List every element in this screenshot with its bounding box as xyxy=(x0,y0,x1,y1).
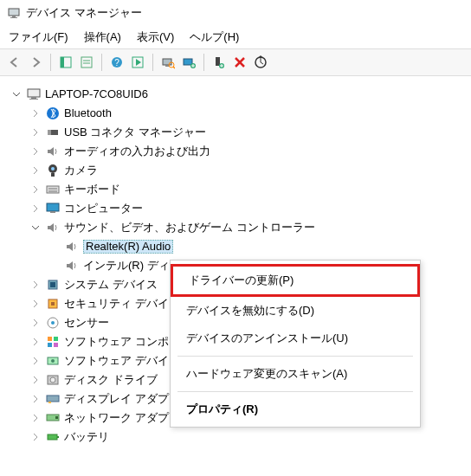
menu-view[interactable]: 表示(V) xyxy=(137,29,174,45)
svg-rect-27 xyxy=(31,97,36,99)
svg-point-53 xyxy=(50,377,55,383)
monitor-icon xyxy=(45,201,61,216)
chevron-right-icon[interactable] xyxy=(29,298,42,310)
svg-rect-28 xyxy=(29,99,38,100)
svg-rect-12 xyxy=(165,65,169,67)
chevron-down-icon[interactable] xyxy=(29,222,42,234)
svg-rect-15 xyxy=(184,59,192,65)
speaker-icon xyxy=(45,220,61,235)
speaker-icon xyxy=(64,258,80,273)
tree-keyboard[interactable]: キーボード xyxy=(29,180,468,199)
svg-rect-0 xyxy=(9,9,19,16)
chevron-right-icon[interactable] xyxy=(29,203,42,215)
menu-properties[interactable]: プロパティ(R) xyxy=(171,396,420,423)
chevron-right-icon[interactable] xyxy=(29,317,42,329)
tree-root[interactable]: LAPTOP-7CO8UID6 xyxy=(10,85,468,104)
add-legacy-hardware-button[interactable] xyxy=(179,53,198,72)
chevron-right-icon[interactable] xyxy=(29,279,42,291)
battery-icon xyxy=(45,429,61,445)
svg-point-45 xyxy=(51,321,55,325)
tree-battery[interactable]: バッテリ xyxy=(29,428,468,447)
usb-icon xyxy=(45,125,61,140)
menu-action[interactable]: 操作(A) xyxy=(84,29,121,45)
svg-rect-57 xyxy=(55,416,58,419)
speaker-icon xyxy=(45,144,61,159)
svg-rect-35 xyxy=(47,186,59,193)
svg-rect-59 xyxy=(57,436,59,438)
context-menu: ドライバーの更新(P) デバイスを無効にする(D) デバイスのアンインストール(… xyxy=(170,260,421,428)
action-button[interactable] xyxy=(128,53,147,72)
software-device-icon xyxy=(45,353,61,369)
svg-rect-19 xyxy=(216,57,220,66)
update-driver-button[interactable] xyxy=(251,53,270,72)
sensor-icon xyxy=(45,315,61,331)
tree-root-label: LAPTOP-7CO8UID6 xyxy=(45,88,148,100)
chip-icon xyxy=(45,277,61,293)
selected-device-label: Realtek(R) Audio xyxy=(83,240,173,254)
menu-help[interactable]: ヘルプ(H) xyxy=(190,29,239,45)
tree-computer[interactable]: コンピューター xyxy=(29,199,468,218)
chevron-right-icon[interactable] xyxy=(29,355,42,367)
toolbar: ? xyxy=(0,48,471,76)
svg-rect-31 xyxy=(48,130,51,135)
svg-rect-34 xyxy=(51,173,55,177)
svg-point-33 xyxy=(51,167,55,170)
svg-line-14 xyxy=(173,67,175,68)
scan-hardware-button[interactable] xyxy=(158,53,177,72)
menubar: ファイル(F) 操作(A) 表示(V) ヘルプ(H) xyxy=(0,26,471,48)
chevron-right-icon[interactable] xyxy=(29,374,42,386)
menu-scan-hardware[interactable]: ハードウェア変更のスキャン(A) xyxy=(171,360,420,388)
chevron-right-icon[interactable] xyxy=(29,145,42,158)
keyboard-icon xyxy=(45,182,61,197)
svg-rect-11 xyxy=(163,59,171,65)
svg-rect-39 xyxy=(50,211,55,213)
forward-button[interactable] xyxy=(26,53,45,72)
chevron-right-icon[interactable] xyxy=(29,431,42,443)
menu-uninstall-device[interactable]: デバイスのアンインストール(U) xyxy=(171,325,420,352)
back-button[interactable] xyxy=(5,53,24,72)
properties-button[interactable] xyxy=(77,53,96,72)
svg-rect-55 xyxy=(48,402,51,403)
devmgr-icon xyxy=(7,6,21,20)
chevron-right-icon[interactable] xyxy=(29,393,42,405)
tree-camera[interactable]: カメラ xyxy=(29,161,468,180)
tree-realtek-audio[interactable]: Realtek(R) Audio xyxy=(48,237,468,256)
bluetooth-icon xyxy=(45,106,61,121)
chevron-right-icon[interactable] xyxy=(29,183,42,196)
chevron-right-icon[interactable] xyxy=(29,336,42,348)
svg-rect-26 xyxy=(28,89,40,97)
svg-rect-58 xyxy=(48,434,57,440)
network-adapter-icon xyxy=(45,410,61,426)
disk-icon xyxy=(45,372,61,388)
tree-bluetooth[interactable]: Bluetooth xyxy=(29,104,468,123)
help-button[interactable]: ? xyxy=(107,53,126,72)
svg-rect-43 xyxy=(51,302,55,306)
svg-rect-38 xyxy=(47,203,59,211)
display-adapter-icon xyxy=(45,391,61,407)
show-hide-console-tree-button[interactable] xyxy=(56,53,75,72)
chevron-right-icon[interactable] xyxy=(29,164,42,177)
tree-audio-io[interactable]: オーディオの入力および出力 xyxy=(29,142,468,161)
enable-device-button[interactable] xyxy=(210,53,229,72)
camera-icon xyxy=(45,163,61,178)
menu-separator xyxy=(177,356,413,357)
component-icon xyxy=(45,334,61,350)
speaker-icon xyxy=(64,239,80,254)
computer-icon xyxy=(26,87,42,102)
svg-rect-1 xyxy=(12,16,16,17)
chevron-right-icon[interactable] xyxy=(29,107,42,119)
svg-rect-54 xyxy=(47,396,59,402)
chevron-right-icon[interactable] xyxy=(29,412,42,424)
chevron-right-icon[interactable] xyxy=(29,126,42,138)
menu-disable-device[interactable]: デバイスを無効にする(D) xyxy=(171,297,420,325)
uninstall-device-button[interactable] xyxy=(230,53,249,72)
chevron-down-icon[interactable] xyxy=(10,88,23,100)
svg-rect-5 xyxy=(81,57,92,68)
svg-rect-41 xyxy=(50,282,55,287)
menu-file[interactable]: ファイル(F) xyxy=(9,29,68,45)
menu-update-driver[interactable]: ドライバーの更新(P) xyxy=(171,264,420,297)
tree-sound-video-game[interactable]: サウンド、ビデオ、およびゲーム コントローラー xyxy=(29,218,468,237)
tree-usb[interactable]: USB コネクタ マネージャー xyxy=(29,123,468,142)
svg-point-51 xyxy=(51,359,55,363)
svg-rect-46 xyxy=(48,337,52,341)
